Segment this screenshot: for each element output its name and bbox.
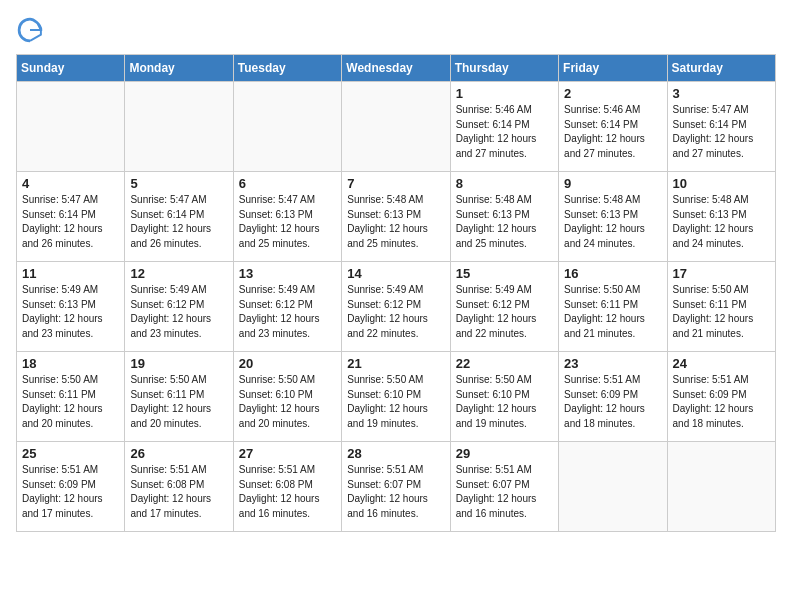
- day-number: 4: [22, 176, 119, 191]
- calendar-cell: 1Sunrise: 5:46 AMSunset: 6:14 PMDaylight…: [450, 82, 558, 172]
- day-number: 15: [456, 266, 553, 281]
- day-number: 13: [239, 266, 336, 281]
- day-number: 23: [564, 356, 661, 371]
- cell-info: Sunrise: 5:49 AMSunset: 6:12 PMDaylight:…: [239, 283, 336, 341]
- cell-info: Sunrise: 5:50 AMSunset: 6:10 PMDaylight:…: [239, 373, 336, 431]
- day-number: 29: [456, 446, 553, 461]
- calendar-cell: 23Sunrise: 5:51 AMSunset: 6:09 PMDayligh…: [559, 352, 667, 442]
- day-number: 9: [564, 176, 661, 191]
- cell-info: Sunrise: 5:49 AMSunset: 6:12 PMDaylight:…: [456, 283, 553, 341]
- cell-info: Sunrise: 5:50 AMSunset: 6:11 PMDaylight:…: [564, 283, 661, 341]
- day-number: 2: [564, 86, 661, 101]
- cell-info: Sunrise: 5:49 AMSunset: 6:13 PMDaylight:…: [22, 283, 119, 341]
- day-number: 3: [673, 86, 770, 101]
- calendar-cell: 22Sunrise: 5:50 AMSunset: 6:10 PMDayligh…: [450, 352, 558, 442]
- calendar-cell: 24Sunrise: 5:51 AMSunset: 6:09 PMDayligh…: [667, 352, 775, 442]
- day-number: 1: [456, 86, 553, 101]
- day-number: 18: [22, 356, 119, 371]
- calendar-cell: 5Sunrise: 5:47 AMSunset: 6:14 PMDaylight…: [125, 172, 233, 262]
- calendar-week-row: 1Sunrise: 5:46 AMSunset: 6:14 PMDaylight…: [17, 82, 776, 172]
- cell-info: Sunrise: 5:47 AMSunset: 6:14 PMDaylight:…: [22, 193, 119, 251]
- calendar-cell: 17Sunrise: 5:50 AMSunset: 6:11 PMDayligh…: [667, 262, 775, 352]
- cell-info: Sunrise: 5:49 AMSunset: 6:12 PMDaylight:…: [347, 283, 444, 341]
- day-number: 14: [347, 266, 444, 281]
- cell-info: Sunrise: 5:51 AMSunset: 6:08 PMDaylight:…: [130, 463, 227, 521]
- cell-info: Sunrise: 5:46 AMSunset: 6:14 PMDaylight:…: [456, 103, 553, 161]
- cell-info: Sunrise: 5:50 AMSunset: 6:11 PMDaylight:…: [130, 373, 227, 431]
- cell-info: Sunrise: 5:51 AMSunset: 6:09 PMDaylight:…: [22, 463, 119, 521]
- day-number: 28: [347, 446, 444, 461]
- calendar-cell: 27Sunrise: 5:51 AMSunset: 6:08 PMDayligh…: [233, 442, 341, 532]
- day-number: 25: [22, 446, 119, 461]
- cell-info: Sunrise: 5:50 AMSunset: 6:11 PMDaylight:…: [673, 283, 770, 341]
- day-number: 6: [239, 176, 336, 191]
- day-number: 26: [130, 446, 227, 461]
- calendar-cell: 25Sunrise: 5:51 AMSunset: 6:09 PMDayligh…: [17, 442, 125, 532]
- calendar-cell: 19Sunrise: 5:50 AMSunset: 6:11 PMDayligh…: [125, 352, 233, 442]
- calendar-cell: 6Sunrise: 5:47 AMSunset: 6:13 PMDaylight…: [233, 172, 341, 262]
- calendar-day-header: Saturday: [667, 55, 775, 82]
- calendar-day-header: Thursday: [450, 55, 558, 82]
- cell-info: Sunrise: 5:47 AMSunset: 6:13 PMDaylight:…: [239, 193, 336, 251]
- calendar-cell: 10Sunrise: 5:48 AMSunset: 6:13 PMDayligh…: [667, 172, 775, 262]
- calendar-day-header: Tuesday: [233, 55, 341, 82]
- calendar-cell: 11Sunrise: 5:49 AMSunset: 6:13 PMDayligh…: [17, 262, 125, 352]
- calendar-header-row: SundayMondayTuesdayWednesdayThursdayFrid…: [17, 55, 776, 82]
- calendar-cell: [342, 82, 450, 172]
- day-number: 11: [22, 266, 119, 281]
- calendar-week-row: 4Sunrise: 5:47 AMSunset: 6:14 PMDaylight…: [17, 172, 776, 262]
- cell-info: Sunrise: 5:51 AMSunset: 6:08 PMDaylight:…: [239, 463, 336, 521]
- calendar-cell: 20Sunrise: 5:50 AMSunset: 6:10 PMDayligh…: [233, 352, 341, 442]
- calendar-cell: 21Sunrise: 5:50 AMSunset: 6:10 PMDayligh…: [342, 352, 450, 442]
- calendar-cell: 29Sunrise: 5:51 AMSunset: 6:07 PMDayligh…: [450, 442, 558, 532]
- calendar-cell: 2Sunrise: 5:46 AMSunset: 6:14 PMDaylight…: [559, 82, 667, 172]
- logo-icon: [16, 16, 44, 44]
- day-number: 17: [673, 266, 770, 281]
- cell-info: Sunrise: 5:48 AMSunset: 6:13 PMDaylight:…: [456, 193, 553, 251]
- calendar-cell: [125, 82, 233, 172]
- day-number: 27: [239, 446, 336, 461]
- calendar-cell: [17, 82, 125, 172]
- calendar-week-row: 18Sunrise: 5:50 AMSunset: 6:11 PMDayligh…: [17, 352, 776, 442]
- cell-info: Sunrise: 5:47 AMSunset: 6:14 PMDaylight:…: [130, 193, 227, 251]
- cell-info: Sunrise: 5:46 AMSunset: 6:14 PMDaylight:…: [564, 103, 661, 161]
- calendar-day-header: Wednesday: [342, 55, 450, 82]
- cell-info: Sunrise: 5:50 AMSunset: 6:11 PMDaylight:…: [22, 373, 119, 431]
- calendar-cell: 16Sunrise: 5:50 AMSunset: 6:11 PMDayligh…: [559, 262, 667, 352]
- calendar-cell: 13Sunrise: 5:49 AMSunset: 6:12 PMDayligh…: [233, 262, 341, 352]
- calendar-cell: [559, 442, 667, 532]
- cell-info: Sunrise: 5:51 AMSunset: 6:09 PMDaylight:…: [564, 373, 661, 431]
- cell-info: Sunrise: 5:48 AMSunset: 6:13 PMDaylight:…: [564, 193, 661, 251]
- calendar-cell: 14Sunrise: 5:49 AMSunset: 6:12 PMDayligh…: [342, 262, 450, 352]
- calendar-cell: [233, 82, 341, 172]
- day-number: 22: [456, 356, 553, 371]
- cell-info: Sunrise: 5:50 AMSunset: 6:10 PMDaylight:…: [347, 373, 444, 431]
- calendar-cell: [667, 442, 775, 532]
- cell-info: Sunrise: 5:48 AMSunset: 6:13 PMDaylight:…: [347, 193, 444, 251]
- cell-info: Sunrise: 5:49 AMSunset: 6:12 PMDaylight:…: [130, 283, 227, 341]
- calendar-table: SundayMondayTuesdayWednesdayThursdayFrid…: [16, 54, 776, 532]
- calendar-week-row: 25Sunrise: 5:51 AMSunset: 6:09 PMDayligh…: [17, 442, 776, 532]
- day-number: 21: [347, 356, 444, 371]
- calendar-cell: 3Sunrise: 5:47 AMSunset: 6:14 PMDaylight…: [667, 82, 775, 172]
- calendar-cell: 18Sunrise: 5:50 AMSunset: 6:11 PMDayligh…: [17, 352, 125, 442]
- cell-info: Sunrise: 5:51 AMSunset: 6:09 PMDaylight:…: [673, 373, 770, 431]
- day-number: 5: [130, 176, 227, 191]
- calendar-cell: 28Sunrise: 5:51 AMSunset: 6:07 PMDayligh…: [342, 442, 450, 532]
- day-number: 12: [130, 266, 227, 281]
- day-number: 10: [673, 176, 770, 191]
- day-number: 19: [130, 356, 227, 371]
- calendar-cell: 15Sunrise: 5:49 AMSunset: 6:12 PMDayligh…: [450, 262, 558, 352]
- day-number: 24: [673, 356, 770, 371]
- calendar-cell: 26Sunrise: 5:51 AMSunset: 6:08 PMDayligh…: [125, 442, 233, 532]
- day-number: 20: [239, 356, 336, 371]
- calendar-day-header: Friday: [559, 55, 667, 82]
- calendar-cell: 7Sunrise: 5:48 AMSunset: 6:13 PMDaylight…: [342, 172, 450, 262]
- cell-info: Sunrise: 5:51 AMSunset: 6:07 PMDaylight:…: [456, 463, 553, 521]
- logo: [16, 16, 48, 44]
- cell-info: Sunrise: 5:51 AMSunset: 6:07 PMDaylight:…: [347, 463, 444, 521]
- calendar-cell: 9Sunrise: 5:48 AMSunset: 6:13 PMDaylight…: [559, 172, 667, 262]
- calendar-day-header: Monday: [125, 55, 233, 82]
- day-number: 8: [456, 176, 553, 191]
- cell-info: Sunrise: 5:47 AMSunset: 6:14 PMDaylight:…: [673, 103, 770, 161]
